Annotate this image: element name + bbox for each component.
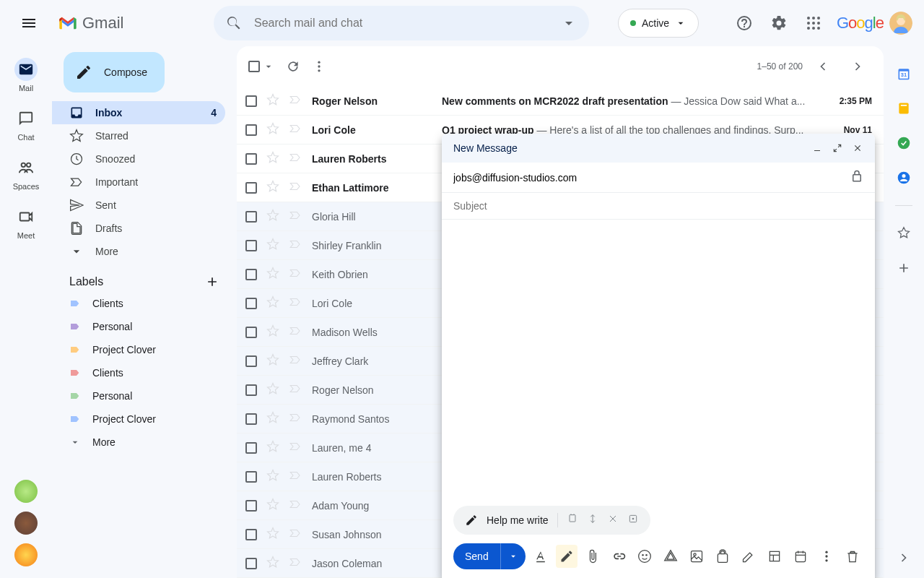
chat-avatar[interactable] (14, 512, 38, 535)
row-checkbox[interactable] (245, 355, 257, 367)
rail-mail[interactable]: Mail (6, 52, 46, 98)
row-checkbox[interactable] (245, 471, 257, 483)
compose-button[interactable]: Compose (64, 52, 165, 92)
prev-page-button[interactable] (808, 52, 837, 81)
nav-drafts[interactable]: Drafts (52, 217, 225, 240)
more-options-button[interactable] (816, 545, 837, 568)
search-dropdown-icon[interactable] (560, 14, 578, 32)
nav-starred[interactable]: Starred (52, 124, 225, 147)
star-button[interactable] (266, 498, 280, 513)
important-button[interactable] (289, 556, 303, 571)
page-count[interactable]: 1–50 of 200 (757, 61, 803, 72)
label-item[interactable]: More (52, 431, 225, 454)
nav-sent[interactable]: Sent (52, 194, 225, 217)
elaborate-icon[interactable] (607, 513, 619, 527)
compose-body[interactable] (442, 220, 875, 497)
important-button[interactable] (289, 122, 303, 137)
star-button[interactable] (266, 151, 280, 166)
important-button[interactable] (289, 324, 303, 340)
important-button[interactable] (289, 180, 303, 195)
rail-chat[interactable]: Chat (6, 101, 46, 147)
close-button[interactable] (852, 142, 863, 154)
shorten-icon[interactable] (587, 513, 598, 527)
star-button[interactable] (266, 296, 280, 311)
star-button[interactable] (266, 209, 280, 224)
support-button[interactable] (730, 9, 759, 38)
subject-input[interactable] (453, 200, 863, 212)
tasks-addon[interactable] (897, 136, 911, 150)
important-button[interactable] (289, 151, 303, 166)
keep-addon[interactable] (897, 101, 911, 116)
select-all-checkbox[interactable] (248, 61, 274, 72)
google-logo[interactable]: Google (837, 14, 884, 33)
important-button[interactable] (289, 209, 303, 224)
star-button[interactable] (266, 353, 280, 368)
important-button[interactable] (289, 527, 303, 542)
chat-avatar[interactable] (14, 543, 38, 566)
compose-subject-field[interactable] (442, 193, 875, 220)
regenerate-icon[interactable] (627, 513, 639, 527)
add-label-button[interactable] (205, 275, 219, 289)
search-input[interactable] (254, 17, 549, 30)
label-item[interactable]: Clients (52, 292, 225, 315)
label-item[interactable]: Project Clover (52, 338, 225, 361)
link-button[interactable] (608, 545, 629, 568)
email-row[interactable]: Roger Nelson New comments on MCR2022 dra… (237, 87, 884, 116)
row-checkbox[interactable] (245, 211, 257, 223)
important-button[interactable] (289, 93, 303, 108)
label-item[interactable]: Personal (52, 384, 225, 407)
row-checkbox[interactable] (245, 95, 257, 107)
row-checkbox[interactable] (245, 327, 257, 338)
row-checkbox[interactable] (245, 269, 257, 280)
star-button[interactable] (266, 267, 280, 282)
formalize-icon[interactable] (567, 513, 578, 527)
help-me-write-button[interactable]: Help me write (453, 506, 650, 535)
star-button[interactable] (266, 440, 280, 455)
label-item[interactable]: Clients (52, 361, 225, 384)
apps-button[interactable] (799, 9, 828, 38)
schedule-button[interactable] (790, 545, 811, 568)
important-button[interactable] (289, 296, 303, 311)
row-checkbox[interactable] (245, 240, 257, 251)
star-button[interactable] (266, 469, 280, 484)
label-item[interactable]: Project Clover (52, 407, 225, 431)
star-button[interactable] (266, 411, 280, 426)
row-checkbox[interactable] (245, 384, 257, 396)
get-addons[interactable] (897, 261, 911, 275)
main-menu-button[interactable] (12, 6, 46, 40)
emoji-button[interactable] (634, 545, 655, 568)
account-avatar[interactable] (889, 12, 912, 35)
to-input[interactable] (453, 172, 850, 184)
important-button[interactable] (289, 440, 303, 455)
star-button[interactable] (266, 122, 280, 137)
status-selector[interactable]: Active (618, 9, 699, 38)
attach-button[interactable] (582, 545, 603, 568)
next-page-button[interactable] (843, 52, 872, 81)
label-item[interactable]: Personal (52, 315, 225, 338)
important-button[interactable] (289, 238, 303, 253)
chat-avatar[interactable] (14, 480, 38, 503)
send-button[interactable]: Send (453, 543, 526, 569)
lock-icon[interactable] (850, 170, 863, 185)
fullscreen-button[interactable] (832, 142, 843, 154)
text-format-button[interactable] (530, 545, 552, 568)
star-button[interactable] (266, 527, 280, 542)
row-checkbox[interactable] (245, 298, 257, 309)
important-button[interactable] (289, 411, 303, 426)
important-button[interactable] (289, 498, 303, 513)
rail-meet[interactable]: Meet (6, 199, 46, 246)
more-menu-button[interactable] (312, 59, 326, 74)
nav-snoozed[interactable]: Snoozed (52, 147, 225, 171)
template-button[interactable] (764, 545, 785, 568)
search-bar[interactable] (214, 6, 589, 40)
important-button[interactable] (289, 353, 303, 368)
row-checkbox[interactable] (245, 413, 257, 425)
nav-more[interactable]: More (52, 240, 225, 263)
row-checkbox[interactable] (245, 442, 257, 454)
row-checkbox[interactable] (245, 153, 257, 165)
row-checkbox[interactable] (245, 558, 257, 569)
rail-spaces[interactable]: Spaces (6, 150, 46, 197)
confidential-button[interactable] (712, 545, 733, 568)
row-checkbox[interactable] (245, 500, 257, 512)
addon-1[interactable] (897, 226, 911, 241)
